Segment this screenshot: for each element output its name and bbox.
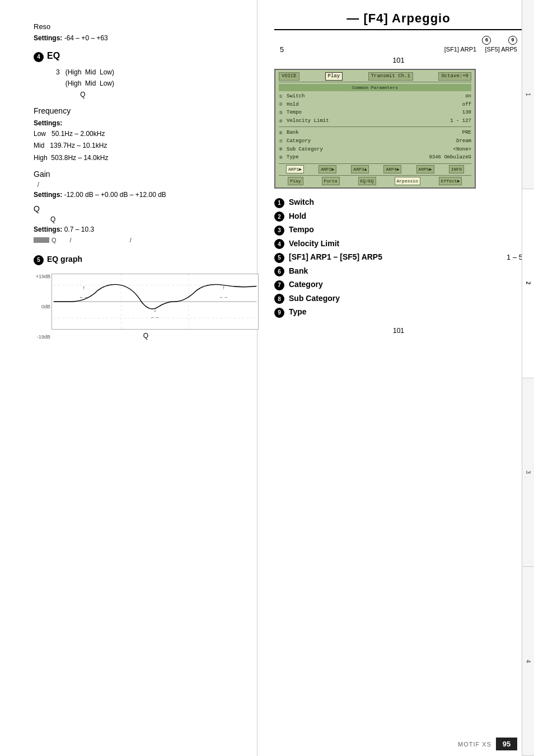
param-item-8: 8 Sub Category — [274, 294, 523, 304]
freq-high: High 503.8Hz – 14.0kHz — [34, 152, 240, 165]
eq-graph-title: EQ graph — [47, 255, 82, 264]
gain-note: / — [34, 181, 240, 189]
sf-group: 6 9 [SF1] ARP1 [SF5] ARP5 — [444, 35, 517, 54]
lcd-divider — [279, 126, 471, 127]
param-circle-8: 8 — [274, 294, 284, 304]
param-label-5: [SF1] ARP1 – [SF5] ARP5 — [289, 252, 382, 261]
sidebar-tab-1[interactable]: 1 — [522, 0, 534, 189]
settings-keyword: Settings: — [34, 34, 62, 42]
param-circle-4: 4 — [274, 239, 284, 249]
svg-text:↑: ↑ — [82, 285, 85, 291]
param-circle-6: 6 — [274, 266, 284, 276]
reso-label: Reso — [34, 22, 240, 31]
gain-label: Gain — [34, 170, 240, 179]
param-circle-9: 9 — [274, 308, 284, 318]
param-item-1: 1 Switch — [274, 198, 523, 208]
freq-low: Low 50.1Hz – 2.00kHz — [34, 128, 240, 140]
gain-settings: Settings: -12.00 dB – +0.00 dB – +12.00 … — [34, 191, 240, 199]
freq-settings-lines: Low 50.1Hz – 2.00kHz Mid 139.7Hz – 10.1k… — [34, 128, 240, 165]
q-small-note: Q / / — [34, 237, 240, 243]
eq-graph-svg: ↑ ←→ ↓ ←→ ↑ ←→ — [52, 274, 258, 329]
right-title: — [F4] Arpeggio — [274, 11, 523, 30]
param-label-6: Bank — [289, 266, 308, 275]
param-label-4: Velocity Limit — [289, 239, 339, 248]
freq-settings-block: Settings: Low 50.1Hz – 2.00kHz Mid 139.7… — [34, 119, 240, 165]
lcd-screen: VOICE Play Transmit Ch.1 Octave:+0 Commo… — [274, 69, 476, 189]
sidebar-tab-4[interactable]: 4 — [522, 567, 534, 756]
eq-q-bottom-label: Q — [51, 332, 240, 340]
eq-table-row3: Q — [56, 89, 240, 100]
lcd-tab-play: Play — [325, 72, 343, 81]
params-list: 1 Switch 2 Hold 3 Tempo 4 Velocity Limit… — [274, 198, 523, 318]
param-label-8: Sub Category — [289, 294, 340, 303]
lcd-btab-arp4: ARP4▶ — [383, 165, 401, 173]
lcd-btab2-eqeq: EQ/EQ — [358, 177, 376, 185]
eq-circle-num: 4 — [34, 52, 44, 62]
param-item-9: 9 Type — [274, 307, 523, 318]
lcd-row-7: ⑦ Category Dream — [279, 137, 471, 145]
freq-mid: Mid 139.7Hz – 10.1kHz — [34, 140, 240, 152]
freq-settings-keyword: Settings: — [34, 119, 62, 127]
eq-graph: ↑ ←→ ↓ ←→ ↑ ←→ — [51, 274, 259, 330]
lcd-row-3: ③ Tempo 130 — [279, 109, 471, 117]
right-column: — [F4] Arpeggio 5 6 9 [SF1] ARP1 [SF5] A… — [257, 0, 534, 756]
q-settings: Settings: 0.7 – 10.3 — [34, 226, 240, 233]
param-item-7: 7 Category — [274, 280, 523, 290]
svg-text:↑: ↑ — [222, 285, 224, 291]
sf-labels: 5 6 9 [SF1] ARP1 [SF5] ARP5 — [274, 35, 523, 54]
param-circle-2: 2 — [274, 212, 284, 222]
eq-graph-section: 5 EQ graph +19dB 0dB -19dB — [34, 255, 240, 340]
svg-text:←→: ←→ — [151, 316, 160, 321]
page-num-top: 101 — [274, 56, 523, 64]
frequency-label: Frequency — [34, 106, 240, 115]
lcd-tab-transmit: Transmit Ch.1 — [368, 72, 413, 81]
lcd-btab-arp5: ARP5▶ — [416, 165, 434, 173]
lcd-row-1: ① Switch on — [279, 92, 471, 101]
y-label-top: +19dB — [36, 274, 50, 279]
param-circle-5: 5 — [274, 253, 284, 263]
sf-num: 5 — [280, 45, 284, 54]
lcd-row-2: ② Hold off — [279, 101, 471, 109]
param-label-2: Hold — [289, 212, 306, 220]
sf-label6: [SF1] ARP1 — [444, 46, 476, 53]
eq-table: 3 (High Mid Low) (High Mid Low) Q — [56, 67, 240, 101]
page-number-box: 95 — [496, 738, 517, 750]
q-label: Q — [34, 204, 240, 213]
lcd-btab-arp2: ARP2▶ — [318, 165, 336, 173]
eq-graph-ylabels: +19dB 0dB -19dB — [36, 274, 50, 340]
sidebar-tab-3[interactable]: 3 — [522, 378, 534, 567]
lcd-bottom-tabs-bottom: Play Porta EQ/EQ Arpessio Effect▶ — [279, 175, 471, 185]
sidebar-tab-2[interactable]: 2 — [522, 189, 534, 378]
param-label-7: Category — [289, 280, 323, 289]
svg-text:←→: ←→ — [219, 295, 228, 300]
reso-settings: Settings: -64 – +0 – +63 — [34, 34, 240, 42]
lcd-row-4: ④ Velocity Limit 1 - 127 — [279, 117, 471, 125]
motif-xs-label: MOTIF XS — [458, 741, 491, 748]
lcd-btab-arp3: ARP3▲ — [351, 165, 369, 173]
sf-circle6: 6 — [482, 36, 491, 45]
right-sidebar: 1 2 3 4 — [522, 0, 534, 756]
param-item-6: 6 Bank — [274, 266, 523, 277]
param-circle-3: 3 — [274, 226, 284, 236]
param-item-4: 4 Velocity Limit — [274, 239, 523, 250]
lcd-btab2-porta: Porta — [322, 177, 340, 185]
param-circle-7: 7 — [274, 280, 284, 290]
eq-table-row2: (High Mid Low) — [56, 78, 240, 89]
svg-text:↓: ↓ — [154, 307, 156, 313]
page-footer: MOTIF XS 95 — [458, 738, 517, 750]
eq-table-row1: 3 (High Mid Low) — [56, 67, 240, 78]
param-label-1: Switch — [289, 198, 314, 206]
param-label-9: Type — [289, 307, 307, 316]
lcd-btab2-play: Play — [288, 177, 303, 185]
left-column: Reso Settings: -64 – +0 – +63 4 EQ 3 (Hi… — [0, 0, 257, 756]
sf-circle9: 9 — [508, 36, 517, 45]
q-sub: Q — [50, 215, 240, 223]
svg-text:←→: ←→ — [79, 295, 88, 300]
right-page-num-bottom: 101 — [274, 327, 523, 335]
param-circle-1: 1 — [274, 198, 284, 208]
lcd-btab-arp1: ARP1▶ — [286, 165, 304, 173]
lcd-row-6: ⑥ Bank PRE — [279, 129, 471, 137]
lcd-bottom-tabs-top: ARP1▶ ARP2▶ ARP3▲ ARP4▶ ARP5▶ INFO — [279, 163, 471, 173]
eq-section-header: 4 EQ — [34, 51, 240, 62]
page-container: Reso Settings: -64 – +0 – +63 4 EQ 3 (Hi… — [0, 0, 534, 756]
